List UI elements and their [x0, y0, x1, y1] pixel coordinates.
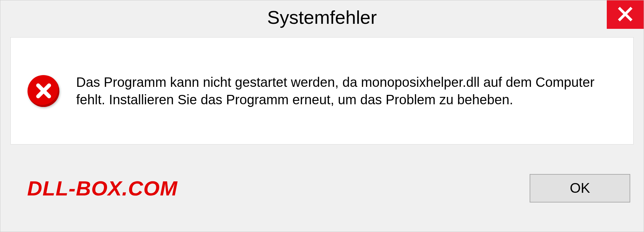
error-message: Das Programm kann nicht gestartet werden…: [76, 73, 616, 108]
watermark-text: DLL-BOX.COM: [27, 176, 177, 200]
close-button[interactable]: [607, 0, 644, 29]
error-dialog: Systemfehler Das Programm kann nicht ges…: [0, 0, 644, 232]
message-panel: Das Programm kann nicht gestartet werden…: [10, 37, 634, 144]
error-icon: [28, 75, 59, 107]
titlebar: Systemfehler: [0, 0, 644, 34]
dialog-footer: DLL-BOX.COM OK: [0, 144, 644, 232]
dialog-title: Systemfehler: [267, 6, 377, 28]
close-icon: [617, 6, 633, 23]
ok-button[interactable]: OK: [530, 174, 630, 202]
